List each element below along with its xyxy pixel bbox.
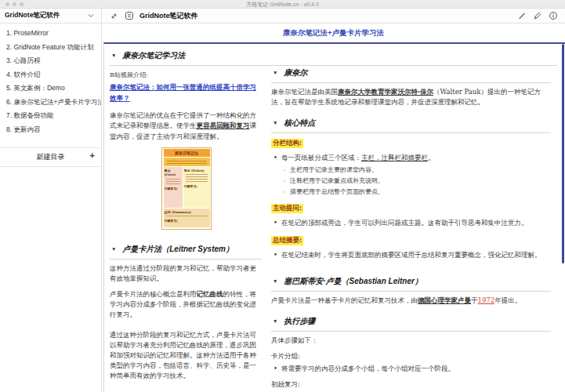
left-column: B站视频介绍: 康奈尔笔记法：如何用一张普通的纸提高十倍学习效率？ 康奈尔笔记法… (110, 66, 262, 392)
workspace-switcher[interactable]: GridNote笔记软件 (0, 9, 102, 23)
sidebar-item-feature-plan[interactable]: 2. GridNote Feature 功能计划 (0, 41, 101, 55)
feature-bullet: 在笔记结束时，学生将页面底部的摘要区域用于总结和复习重要概念，强化记忆和理解。 (271, 250, 551, 260)
feature-sub-bullet: 注释栏用于记录重点或补充说明。 (271, 176, 551, 186)
highlight-active-questioning: 主动提问: (271, 204, 303, 213)
collapse-triangle-icon[interactable] (111, 53, 116, 58)
paragraph-text: 康奈尔笔记法是由美国 (271, 88, 338, 96)
diagram-line (166, 181, 180, 182)
collapse-triangle-icon[interactable] (273, 120, 277, 125)
toolbar: GridNote笔记软件 GridNote笔记软件 (0, 9, 565, 24)
vertical-scrollbar[interactable] (562, 44, 564, 263)
step-label-grouping: 卡片分组: (271, 352, 551, 361)
maximize-window-icon[interactable] (20, 2, 24, 6)
collapse-triangle-icon[interactable] (273, 70, 277, 75)
diagram-title: 康奈尔笔记法 (164, 149, 210, 157)
cornell-template-image[interactable]: 康奈尔笔记法 提示 (Cues) (161, 147, 212, 230)
sidebar-item-intro[interactable]: 4. 软件介绍 (0, 68, 101, 82)
underlined-text: 主栏，注释栏和摘要栏 (361, 154, 428, 162)
leitner-paragraph-3: 通过这种分阶段的复习和记忆方式，卢曼卡片法可以帮助学习者充分利用记忆曲线的原理，… (110, 330, 262, 382)
diagram-line (167, 161, 207, 162)
diagram-review-label: 回顾复习: (165, 187, 182, 191)
diagram-line (186, 181, 208, 182)
section-heading-leitner-method: 卢曼卡片法（Leitner System） (110, 239, 262, 260)
feature-bullet: 在笔记的顶部或旁边，学生可以列出问题或主题。这有助于引导思考和集中注意力。 (271, 218, 551, 228)
diagram-notes-label: 笔记 (Notes) (184, 169, 209, 172)
emphasized-text: 更容易回顾和复习 (197, 122, 250, 129)
minimize-window-icon[interactable] (13, 2, 16, 6)
document-panel: 康奈尔笔记学习法 B站视频介绍: 康奈尔笔记法：如何用一张普通的纸提高十倍学习效… (103, 42, 565, 392)
edit-pen-icon[interactable] (532, 10, 543, 21)
leitner-paragraph-1: 这种方法通过分阶段的复习和记忆，帮助学习者更有效地掌握知识。 (110, 263, 262, 284)
diagram-review-label: 回顾复习: (165, 219, 209, 223)
year-link[interactable]: 1972 (478, 296, 495, 304)
diagram-meta-strip (164, 158, 210, 166)
feature-bullet: 每一页纸被分成三个区域：主栏，注释栏和摘要栏。 (271, 153, 551, 163)
toolbar-doc-title: GridNote笔记软件 (139, 11, 198, 21)
titlebar: 方格笔记 GridNote.cn - v0.4.0 (0, 0, 565, 9)
new-folder-label: 新建目录 (37, 153, 65, 161)
sidebar-item-backup[interactable]: 7. 数据备份功能 (0, 109, 101, 123)
diagram-line (186, 179, 208, 180)
main-content: 康奈尔笔记法+卢曼卡片学习法 康奈尔笔记学习法 B站视频介绍: 康奈尔笔记法：如… (102, 24, 565, 392)
right-column: 康奈尔 康奈尔笔记法是由美国康奈尔大学教育学家沃尔特·保尔（Walter Pau… (271, 66, 557, 392)
add-folder-icon[interactable]: + (90, 151, 95, 160)
diagram-cues-label: 提示 (Cues) (165, 169, 182, 176)
collapse-triangle-icon[interactable] (273, 318, 277, 324)
sidebar-item-journey[interactable]: 3. 心路历程 (0, 54, 101, 68)
diagram-line (167, 163, 207, 164)
app-body: 1. ProseMirror 2. GridNote Feature 功能计划 … (0, 24, 565, 392)
chevron-down-icon[interactable] (85, 10, 96, 21)
section-heading-label: 康奈尔笔记学习法 (122, 51, 185, 60)
app-window: 方格笔记 GridNote.cn - v0.4.0 GridNote笔记软件 G… (0, 0, 565, 392)
emphasized-text: 记忆曲线 (197, 290, 223, 298)
collapse-triangle-icon[interactable] (111, 246, 116, 252)
section-heading-core-features: 核心特点 (271, 113, 551, 133)
sidebar-item-prosemirror[interactable]: 1. ProseMirror (0, 27, 101, 41)
diagram-line (186, 174, 208, 175)
diagram-line (166, 179, 180, 180)
section-heading-label: 塞巴斯蒂安·卢曼（Sebastian Leitner） (284, 277, 422, 285)
section-heading-cornell: 康奈尔 (271, 66, 551, 83)
video-intro-label: B站视频介绍: (110, 71, 262, 79)
document-outline-icon[interactable] (124, 10, 135, 21)
cornell-advantage-paragraph: 康奈尔笔记法的优点在于它提供了一种结构化的方式来记录和整理信息。使学生更容易回顾… (110, 111, 262, 142)
document-title[interactable]: 康奈尔笔记法+卢曼卡片学习法 (102, 24, 565, 42)
diagram-review-label: 回顾复习: (184, 184, 209, 188)
emphasized-text: 德国心理学家卢曼 (418, 296, 471, 304)
bilibili-video-link[interactable]: 康奈尔笔记法：如何用一张普通的纸提高十倍学习效率？ (110, 82, 262, 103)
section-heading-label: 康奈尔 (284, 68, 307, 77)
steps-intro: 具体步骤如下： (271, 336, 551, 346)
new-folder-row[interactable]: 新建目录 + (0, 147, 101, 167)
section-heading-steps: 执行步骤 (271, 311, 551, 332)
paragraph-text: 于 (471, 296, 478, 304)
sidebar: 1. ProseMirror 2. GridNote Feature 功能计划 … (0, 24, 102, 392)
info-icon[interactable] (548, 10, 559, 21)
window-controls (5, 2, 24, 6)
diagram-line (166, 183, 180, 184)
content-columns: B站视频介绍: 康奈尔笔记法：如何用一张普通的纸提高十倍学习效率？ 康奈尔笔记法… (110, 66, 557, 392)
sidebar-item-changelog[interactable]: 8. 更新内容 (0, 123, 101, 137)
collapse-triangle-icon[interactable] (273, 278, 277, 284)
diagram-notes-column: 笔记 (Notes) 回顾复习: (183, 167, 210, 208)
section-heading-cornell-method: 康奈尔笔记学习法 (110, 45, 557, 66)
expand-icon[interactable] (108, 10, 119, 21)
sidebar-item-demo[interactable]: 5. 英文案例：Demo (0, 82, 101, 96)
section-heading-sebastian-leitner: 塞巴斯蒂安·卢曼（Sebastian Leitner） (271, 271, 551, 292)
toolbar-main: GridNote笔记软件 (102, 9, 565, 23)
step-label-initial-review: 初始复习: (271, 380, 551, 390)
bullet-text: 。 (428, 154, 435, 162)
section-heading-label: 卢曼卡片法（Leitner System） (122, 245, 234, 253)
diagram-line (186, 176, 208, 177)
paragraph-text: 年提出。 (494, 296, 521, 304)
pencil-icon[interactable] (516, 10, 527, 21)
highlight-summary: 总结摘要: (271, 236, 303, 245)
emphasized-text: 康奈尔大学教育学家沃尔特·保尔 (338, 88, 433, 96)
feature-sub-bullet: 主栏用于记录主要的课堂内容。 (271, 165, 551, 175)
step-bullet: 将需要学习的内容分成多个小组，每个小组对应一个阶段。 (271, 364, 551, 374)
diagram-line (166, 216, 208, 216)
close-window-icon[interactable] (5, 2, 9, 6)
cornell-origin-paragraph: 康奈尔笔记法是由美国康奈尔大学教育学家沃尔特·保尔（Walter Pauk）提出… (271, 87, 551, 107)
sidebar-item-cornell-leitner[interactable]: 6. 康奈尔笔记法+卢曼卡片学习法 (0, 96, 101, 110)
workspace-label: GridNote笔记软件 (5, 11, 85, 20)
leitner-origin-paragraph: 卢曼卡片法是一种基于卡片的记忆和复习技术，由德国心理学家卢曼于1972年提出。 (271, 296, 551, 306)
